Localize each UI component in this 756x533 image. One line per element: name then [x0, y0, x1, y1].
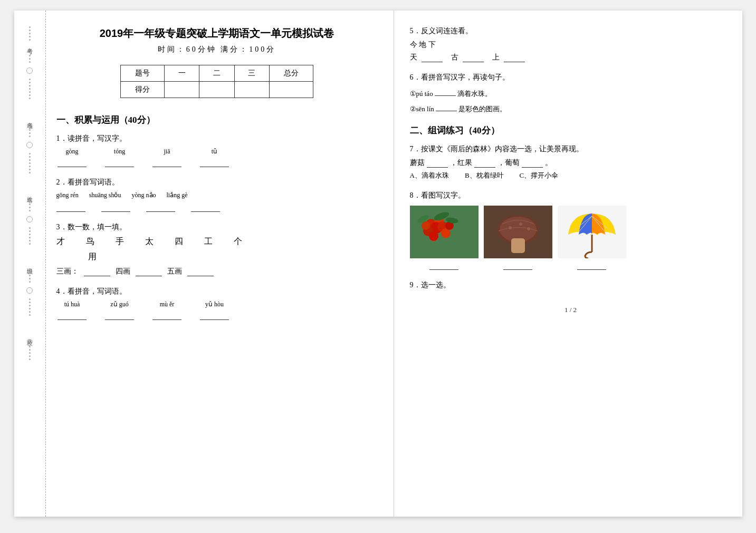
- q1-pinyin-row: gòng tóng jiā tǔ: [56, 148, 378, 167]
- q1-line-3[interactable]: [152, 158, 181, 167]
- svg-point-19: [527, 227, 530, 230]
- q4-py-2: zǔ guó: [110, 301, 128, 308]
- q3-fill-1[interactable]: [84, 267, 110, 276]
- label-group-xingming: 姓名：: [26, 192, 34, 247]
- q2-top-row: gōng rén shuāng shǒu yòng nǎo liǎng gè: [56, 191, 378, 199]
- left-column: 2019年一年级专题突破上学期语文一单元模拟试卷 时间：60分钟 满分：100分…: [46, 11, 394, 517]
- col-tihao: 题号: [121, 65, 165, 82]
- q2-line-3[interactable]: [146, 202, 175, 212]
- q5-label: 5．反义词连连看。: [410, 26, 732, 36]
- q1-py-3: jiā: [164, 148, 170, 156]
- q2-pinyin-line: gōng rén shuāng shǒu yòng nǎo liǎng gè: [56, 191, 378, 212]
- q3-fill-3[interactable]: [187, 267, 214, 276]
- q2-line-4[interactable]: [191, 202, 220, 212]
- q1-line-2[interactable]: [105, 158, 134, 167]
- q3-char-6: 工: [204, 236, 213, 247]
- q3-char-7: 个: [234, 236, 242, 247]
- q2-item-3: yòng nǎo: [132, 191, 156, 199]
- q2-py-3: yòng nǎo: [132, 191, 156, 199]
- q7-putao: ，葡萄: [497, 158, 520, 168]
- q7-opt-c: C、撑开小伞: [520, 171, 559, 180]
- q7-opt-b: B、枕着绿叶: [465, 171, 504, 180]
- score-table: 题号 一 二 三 总分 得分: [120, 65, 313, 98]
- label-group-kaohao: 考号：: [26, 24, 34, 102]
- q4-item-2: zǔ guó: [104, 301, 136, 320]
- svg-rect-16: [511, 238, 525, 253]
- q8-img-group-3: [558, 206, 626, 270]
- q6-fill-s1[interactable]: [435, 86, 456, 96]
- q7-blank-2[interactable]: [474, 158, 495, 168]
- q2-line-1[interactable]: [56, 202, 85, 212]
- q1-item-2: tóng: [104, 148, 136, 167]
- q4-label: 4．看拼音，写词语。: [56, 287, 378, 296]
- label-kaohao: 考号：: [26, 43, 34, 52]
- q3-char-1: 才: [56, 236, 65, 247]
- q1-item-3: jiā: [151, 148, 183, 167]
- question-1: 1．读拼音，写汉字。 gòng tóng jiā tǔ: [56, 134, 378, 167]
- q3-label: 3．数一数，填一填。: [56, 222, 378, 232]
- q8-line-2[interactable]: [503, 260, 532, 270]
- q1-line-4[interactable]: [200, 158, 229, 167]
- q8-img-1: [410, 206, 479, 258]
- q7-options: A、滴着水珠 B、枕着绿叶 C、撑开小伞: [410, 171, 732, 180]
- col-one: 一: [165, 65, 199, 82]
- q1-label: 1．读拼音，写汉字。: [56, 134, 378, 143]
- q3-char-3: 手: [116, 236, 124, 247]
- q7-opt-a: A、滴着水珠: [410, 171, 449, 180]
- q7-blank-1[interactable]: [427, 158, 448, 168]
- q3-fill-label2: 四画: [116, 267, 130, 276]
- section2-title: 二、组词练习（40分）: [410, 124, 732, 137]
- q3-fill-label1: 三画：: [56, 267, 79, 276]
- q7-end: 。: [545, 158, 552, 168]
- q8-img-2: [484, 206, 552, 258]
- q3-fill-2[interactable]: [136, 267, 162, 276]
- q8-line-3[interactable]: [577, 260, 606, 270]
- q6-fill-s2[interactable]: [436, 102, 457, 111]
- question-9: 9．选一选。: [410, 280, 732, 290]
- q6-s1-pinyin: ①pú táo: [410, 90, 433, 98]
- q8-img-group-2: [484, 206, 552, 270]
- content-area: 2019年一年级专题突破上学期语文一单元模拟试卷 时间：60分钟 满分：100分…: [46, 11, 742, 517]
- q5-fill-1[interactable]: [422, 53, 443, 62]
- svg-point-18: [519, 222, 522, 226]
- q4-line-4[interactable]: [200, 311, 229, 320]
- q3-char-yong: 用: [88, 251, 378, 263]
- q4-line-2[interactable]: [105, 311, 134, 320]
- col-two: 二: [199, 65, 234, 82]
- q6-label: 6．看拼音写汉字，再读句子。: [410, 73, 732, 82]
- q5-gu: 古: [451, 53, 458, 62]
- q3-fill-row: 三画： 四画 五画: [56, 267, 378, 276]
- q3-char-5: 四: [175, 236, 183, 247]
- q4-item-3: mù ěr: [151, 301, 183, 320]
- svg-point-9: [422, 221, 430, 230]
- q5-fill-3[interactable]: [504, 53, 525, 62]
- q3-char-2: 鸟: [86, 236, 94, 247]
- q4-py-3: mù ěr: [160, 301, 175, 308]
- score-val-1: [165, 82, 199, 98]
- q2-line-2[interactable]: [101, 202, 130, 212]
- q1-line-1[interactable]: [58, 158, 87, 167]
- q6-s2-text: 是彩色的图画。: [458, 105, 506, 113]
- score-val-2: [199, 82, 234, 98]
- q3-char-4: 太: [145, 236, 154, 247]
- q1-item-1: gòng: [56, 148, 88, 167]
- q4-line-3[interactable]: [152, 311, 181, 320]
- umbrella-svg: [558, 206, 626, 258]
- q8-images-row: [410, 206, 732, 270]
- defen-label: 得分: [121, 82, 165, 98]
- q1-py-1: gòng: [66, 148, 79, 156]
- score-val-total: [269, 82, 313, 98]
- q8-label: 8．看图写汉字。: [410, 191, 732, 200]
- question-3: 3．数一数，填一填。 才 鸟 手 太 四 工 个 用 三画： 四画 五画: [56, 222, 378, 276]
- q5-fill-2[interactable]: [463, 53, 484, 62]
- q7-blank-3[interactable]: [522, 158, 543, 168]
- q8-line-1[interactable]: [429, 260, 458, 270]
- mushroom-svg: [484, 206, 552, 258]
- q5-chars: 今 地 下: [410, 40, 732, 50]
- q5-row1: 天 古 上: [410, 53, 732, 62]
- label-xingming: 姓名：: [26, 192, 34, 201]
- page-number: 1 / 2: [410, 306, 732, 314]
- question-5: 5．反义词连连看。 今 地 下 天 古 上: [410, 26, 732, 62]
- q4-line-1[interactable]: [58, 311, 87, 320]
- label-group-xuexiao: 学校：: [26, 334, 34, 363]
